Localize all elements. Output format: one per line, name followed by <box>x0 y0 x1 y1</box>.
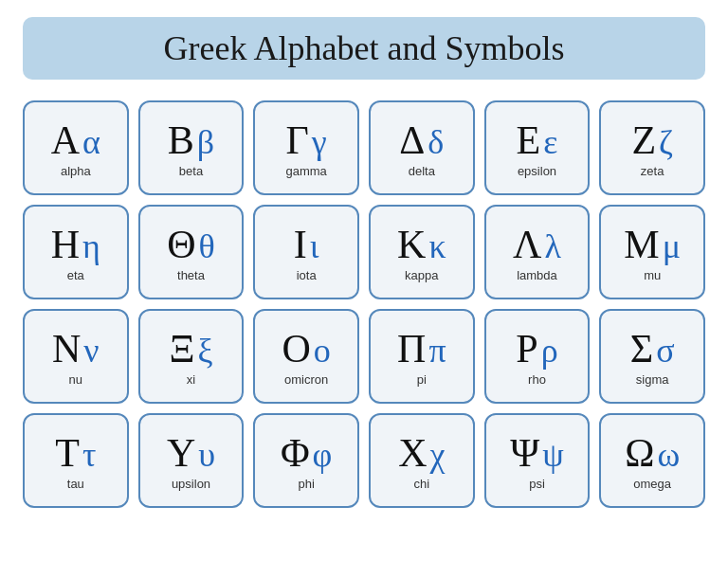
letter-pair-nu: Νν <box>52 329 100 369</box>
page-title: Greek Alphabet and Symbols <box>164 29 565 67</box>
letter-pair-phi: Φφ <box>281 433 332 473</box>
letter-lower-psi: ψ <box>542 438 564 472</box>
letter-lower-zeta: ζ <box>659 125 673 159</box>
letter-upper-eta: Η <box>51 225 80 264</box>
letter-pair-beta: Ββ <box>168 120 214 160</box>
letter-name-chi: chi <box>414 477 430 491</box>
letter-pair-eta: Ηη <box>51 225 100 264</box>
letter-upper-tau: Τ <box>55 433 80 473</box>
letter-upper-beta: Β <box>168 120 194 160</box>
letter-lower-theta: θ <box>199 229 215 263</box>
letter-card-rho: Ρρrho <box>484 309 591 404</box>
letter-upper-omega: Ω <box>625 433 654 473</box>
letter-upper-mu: Μ <box>624 225 659 264</box>
letter-name-omega: omega <box>633 477 671 491</box>
letter-card-kappa: Κκkappa <box>369 205 475 299</box>
letter-upper-kappa: Κ <box>397 225 426 264</box>
letter-pair-rho: Ρρ <box>516 329 557 369</box>
letter-upper-delta: Δ <box>399 120 425 160</box>
letter-upper-lambda: Λ <box>513 225 541 264</box>
letter-pair-epsilon: Εε <box>517 120 558 160</box>
letter-upper-pi: Π <box>397 329 426 369</box>
letter-pair-psi: Ψψ <box>510 433 564 473</box>
letter-pair-pi: Ππ <box>397 329 446 369</box>
letter-upper-iota: Ι <box>294 225 307 264</box>
letter-lower-beta: β <box>197 125 214 159</box>
letter-pair-kappa: Κκ <box>397 225 446 264</box>
letter-card-mu: Μμmu <box>599 205 705 299</box>
letter-card-tau: Ττtau <box>23 413 129 508</box>
letter-name-epsilon: epsilon <box>518 164 556 178</box>
letter-upper-zeta: Ζ <box>631 120 656 160</box>
letter-card-omega: Ωωomega <box>599 413 705 508</box>
letter-pair-chi: Χχ <box>398 433 445 473</box>
letter-card-chi: Χχchi <box>369 413 475 508</box>
letter-upper-omicron: Ο <box>282 329 310 369</box>
letter-name-upsilon: upsilon <box>172 477 210 491</box>
letter-lower-rho: ρ <box>541 334 558 368</box>
letter-name-gamma: gamma <box>285 164 326 178</box>
letter-name-sigma: sigma <box>636 372 669 387</box>
letter-lower-eta: η <box>82 229 100 263</box>
letter-upper-phi: Φ <box>281 433 310 473</box>
letter-pair-omicron: Οο <box>282 329 330 369</box>
letter-upper-epsilon: Ε <box>517 120 541 160</box>
letter-card-delta: Δδdelta <box>369 100 475 195</box>
letter-upper-nu: Ν <box>52 329 81 369</box>
letter-pair-sigma: Σσ <box>630 329 675 369</box>
letter-card-phi: Φφphi <box>253 413 359 508</box>
letter-upper-gamma: Γ <box>286 120 309 160</box>
letter-card-upsilon: Υυupsilon <box>138 413 245 508</box>
alphabet-grid: ΑαalphaΒβbetaΓγgammaΔδdeltaΕεepsilonΖζze… <box>23 100 705 508</box>
letter-upper-psi: Ψ <box>510 433 539 473</box>
letter-name-nu: nu <box>69 372 82 387</box>
letter-name-lambda: lambda <box>517 268 557 282</box>
letter-pair-omega: Ωω <box>625 433 680 473</box>
letter-card-pi: Ππpi <box>369 309 475 404</box>
letter-lower-alpha: α <box>82 125 100 159</box>
letter-lower-sigma: σ <box>656 334 674 368</box>
letter-card-psi: Ψψpsi <box>484 413 591 508</box>
letter-card-zeta: Ζζzeta <box>599 100 705 195</box>
letter-card-beta: Ββbeta <box>138 100 245 195</box>
letter-card-iota: Ιιiota <box>253 205 359 299</box>
letter-card-xi: Ξξxi <box>138 309 245 404</box>
letter-lower-nu: ν <box>83 334 99 368</box>
letter-pair-iota: Ιι <box>294 225 319 264</box>
letter-name-omicron: omicron <box>284 372 328 387</box>
letter-card-gamma: Γγgamma <box>253 100 359 195</box>
letter-lower-pi: π <box>428 334 446 368</box>
letter-name-pi: pi <box>417 372 427 387</box>
letter-name-xi: xi <box>187 372 195 387</box>
letter-lower-mu: μ <box>663 229 681 263</box>
letter-lower-lambda: λ <box>544 229 560 263</box>
letter-upper-xi: Ξ <box>169 329 194 369</box>
letter-name-alpha: alpha <box>61 164 91 178</box>
letter-lower-tau: τ <box>82 438 96 472</box>
letter-lower-kappa: κ <box>428 229 446 263</box>
letter-name-theta: theta <box>177 268 205 282</box>
letter-name-mu: mu <box>644 268 661 282</box>
letter-lower-xi: ξ <box>197 334 212 368</box>
letter-pair-upsilon: Υυ <box>167 433 215 473</box>
letter-lower-epsilon: ε <box>543 125 557 159</box>
letter-card-theta: Θθtheta <box>138 205 245 299</box>
title-box: Greek Alphabet and Symbols <box>23 17 705 80</box>
letter-pair-xi: Ξξ <box>169 329 212 369</box>
letter-name-tau: tau <box>67 477 84 491</box>
letter-pair-delta: Δδ <box>399 120 444 160</box>
letter-card-sigma: Σσsigma <box>599 309 705 404</box>
letter-name-delta: delta <box>409 164 435 178</box>
letter-upper-rho: Ρ <box>516 329 537 369</box>
letter-pair-tau: Ττ <box>55 433 96 473</box>
letter-lower-phi: φ <box>313 438 333 472</box>
letter-card-lambda: Λλlambda <box>484 205 591 299</box>
letter-name-psi: psi <box>529 477 545 491</box>
letter-name-beta: beta <box>179 164 203 178</box>
letter-lower-iota: ι <box>310 229 319 263</box>
letter-pair-gamma: Γγ <box>286 120 327 160</box>
letter-name-phi: phi <box>298 477 314 491</box>
letter-upper-alpha: Α <box>51 120 80 160</box>
letter-pair-lambda: Λλ <box>513 225 561 264</box>
letter-pair-theta: Θθ <box>167 225 215 264</box>
